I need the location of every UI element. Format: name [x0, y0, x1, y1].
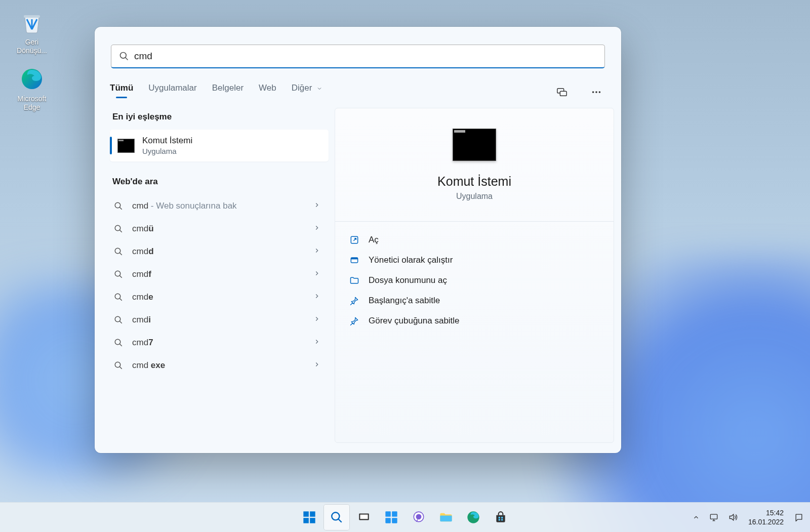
action-open-location[interactable]: Dosya konumunu aç [346, 270, 602, 291]
tab-apps[interactable]: Uygulamalar [148, 83, 196, 101]
store-button[interactable] [488, 505, 513, 530]
search-icon [114, 247, 123, 256]
web-result-item[interactable]: cmdf [110, 263, 329, 285]
web-result-text: cmd - Web sonuçlarına bak [132, 201, 313, 211]
svg-rect-45 [501, 517, 503, 518]
svg-line-16 [119, 275, 122, 278]
tab-all[interactable]: Tümü [110, 83, 133, 101]
command-prompt-icon [117, 139, 135, 153]
svg-point-21 [115, 339, 120, 345]
edge-icon [466, 510, 480, 524]
search-icon [114, 270, 123, 279]
chevron-right-icon [313, 314, 320, 325]
taskbar: 15:42 16.01.2022 [0, 502, 810, 532]
systray-volume[interactable] [724, 505, 742, 530]
action-label: Yönetici olarak çalıştır [369, 255, 453, 265]
action-pin-taskbar[interactable]: Görev çubuğuna sabitle [346, 311, 602, 331]
explorer-button[interactable] [433, 505, 459, 530]
open-icon [349, 235, 359, 245]
tab-docs[interactable]: Belgeler [212, 83, 244, 101]
start-button[interactable] [297, 505, 322, 530]
web-result-item[interactable]: cmd7 [110, 331, 329, 354]
search-button[interactable] [324, 505, 349, 530]
detail-pane: Komut İstemi Uygulama Aç Yönetici olarak… [335, 108, 614, 443]
svg-rect-38 [385, 518, 391, 523]
desktop-icon-recycle-bin[interactable]: Geri Dönüşü... [9, 9, 55, 55]
widgets-button[interactable] [379, 505, 404, 530]
svg-point-19 [115, 316, 120, 322]
chevron-right-icon [313, 337, 320, 348]
more-options-button[interactable] [587, 83, 606, 102]
search-input[interactable] [134, 51, 597, 62]
svg-rect-29 [310, 511, 315, 517]
action-label: Aç [369, 235, 379, 245]
web-result-text: cmdd [132, 247, 313, 257]
edge-button[interactable] [461, 505, 486, 530]
search-icon [114, 224, 123, 233]
svg-point-7 [595, 91, 597, 93]
systray-notifications[interactable] [790, 505, 808, 530]
tab-web[interactable]: Web [259, 83, 276, 101]
section-best-match: En iyi eşleşme [112, 112, 329, 122]
pin-icon [349, 296, 359, 306]
task-view-button[interactable] [351, 505, 377, 530]
chevron-right-icon [313, 200, 320, 211]
web-result-item[interactable]: cmd exe [110, 354, 329, 377]
feedback-button[interactable] [552, 83, 572, 102]
svg-point-41 [416, 514, 422, 520]
action-label: Başlangıç'a sabitle [369, 296, 440, 306]
svg-point-13 [115, 248, 120, 254]
svg-line-24 [119, 366, 122, 369]
svg-point-9 [115, 202, 120, 208]
clock-time: 15:42 [748, 508, 784, 517]
search-icon [114, 293, 123, 302]
web-result-text: cmd7 [132, 338, 313, 348]
web-result-text: cmde [132, 292, 313, 302]
web-result-item[interactable]: cmdd [110, 240, 329, 263]
web-result-item[interactable]: cmd - Web sonuçlarına bak [110, 194, 329, 217]
web-result-item[interactable]: cmde [110, 285, 329, 308]
tab-more-label: Diğer [292, 83, 312, 93]
action-open[interactable]: Aç [346, 230, 602, 250]
best-match-subtitle: Uygulama [142, 147, 192, 155]
svg-rect-46 [499, 519, 500, 520]
shield-icon [349, 255, 359, 265]
search-icon [119, 51, 129, 61]
svg-point-2 [120, 53, 127, 59]
action-run-admin[interactable]: Yönetici olarak çalıştır [346, 250, 602, 270]
search-box[interactable] [111, 45, 605, 68]
svg-point-15 [115, 271, 120, 276]
svg-line-18 [119, 298, 122, 301]
desktop-icon-edge[interactable]: Microsoft Edge [9, 66, 55, 112]
edge-icon [19, 66, 45, 92]
section-web-search: Web'de ara [112, 177, 329, 187]
search-icon [114, 361, 123, 370]
feedback-icon [556, 87, 568, 98]
chat-button[interactable] [406, 505, 431, 530]
command-prompt-icon [453, 129, 496, 161]
systray-clock[interactable]: 15:42 16.01.2022 [743, 508, 789, 526]
folder-icon [439, 510, 453, 524]
action-pin-start[interactable]: Başlangıç'a sabitle [346, 291, 602, 311]
svg-rect-31 [310, 518, 315, 523]
web-result-item[interactable]: cmdi [110, 308, 329, 331]
chevron-right-icon [313, 246, 320, 257]
windows-icon [302, 510, 316, 524]
chevron-right-icon [313, 292, 320, 302]
systray-chevron[interactable] [688, 505, 704, 530]
search-icon [330, 511, 343, 524]
svg-line-22 [119, 344, 122, 346]
svg-rect-27 [351, 258, 357, 259]
svg-line-12 [119, 230, 122, 232]
web-result-item[interactable]: cmdü [110, 217, 329, 240]
svg-rect-0 [24, 15, 40, 18]
widgets-icon [384, 510, 398, 524]
best-match-result[interactable]: Komut İstemi Uygulama [110, 130, 329, 161]
search-icon [114, 201, 123, 211]
systray-network[interactable] [705, 505, 723, 530]
tab-more[interactable]: Diğer [292, 83, 322, 101]
search-icon [114, 338, 123, 347]
search-icon [114, 315, 123, 324]
svg-rect-44 [499, 517, 500, 518]
svg-point-17 [115, 294, 120, 299]
